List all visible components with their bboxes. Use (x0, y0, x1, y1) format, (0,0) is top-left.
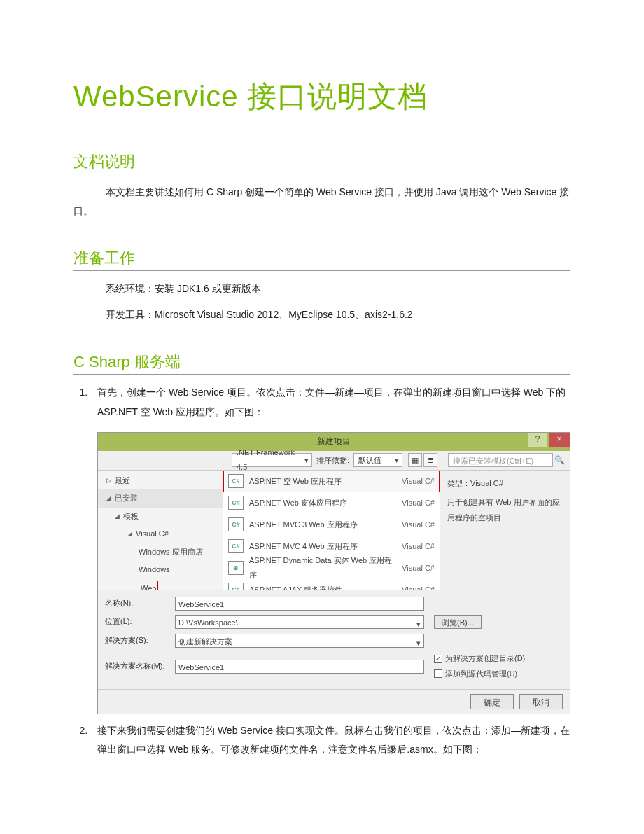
tree-item-windows[interactable]: Windows (98, 561, 223, 578)
tree-installed[interactable]: ◢已安装 (98, 489, 223, 507)
cancel-button[interactable]: 取消 (519, 694, 563, 709)
section-heading-csharp-server: C Sharp 服务端 (74, 352, 570, 375)
template-lang: Visual C# (402, 561, 435, 576)
step-1-text: 首先，创建一个 Web Service 项目。依次点击：文件—新建—项目，在弹出… (97, 387, 566, 417)
list-view-icon[interactable]: ≣ (424, 453, 438, 467)
checkbox-checked-icon: ✓ (434, 655, 442, 663)
desc-text: 用于创建具有 Web 用户界面的应用程序的空项目 (447, 495, 563, 525)
prep-tools-line: 开发工具：Microsoft Visual Studio 2012、MyEcli… (106, 305, 570, 324)
help-button[interactable]: ? (528, 433, 547, 447)
template-lang: Visual C# (402, 474, 435, 489)
solution-dropdown[interactable]: 创建新解决方案 (175, 634, 424, 648)
template-name: ASP.NET MVC 3 Web 应用程序 (249, 517, 396, 532)
template-name: ASP.NET Dynamic Data 实体 Web 应用程序 (249, 553, 396, 583)
framework-dropdown[interactable]: .NET Framework 4.5 (232, 453, 312, 467)
desc-type-label: 类型：Visual C# (447, 476, 563, 491)
add-source-control-label: 添加到源代码管理(U) (445, 667, 517, 681)
add-source-control-checkbox-row[interactable]: 添加到源代码管理(U) (434, 667, 525, 681)
template-lang: Visual C# (402, 539, 435, 554)
solution-name-input[interactable]: WebService1 (175, 660, 424, 674)
doc-description-paragraph: 本文档主要讲述如何用 C Sharp 创建一个简单的 Web Service 接… (74, 183, 570, 220)
template-icon: C# (228, 496, 244, 510)
dialog-footer: 确定 取消 (98, 689, 570, 714)
create-directory-label: 为解决方案创建目录(D) (445, 651, 525, 666)
browse-button[interactable]: 浏览(B)... (434, 615, 482, 629)
create-directory-checkbox-row[interactable]: ✓ 为解决方案创建目录(D) (434, 651, 525, 666)
csharp-steps-list: 首先，创建一个 Web Service 项目。依次点击：文件—新建—项目，在弹出… (74, 383, 570, 759)
project-form: 名称(N): WebService1 位置(L): D:\VsWorkspace… (98, 590, 570, 689)
category-tree[interactable]: ▷最近 ◢已安装 ◢模板 ◢Visual C# Windows 应用商店 Win… (98, 471, 223, 590)
step-1: 首先，创建一个 Web Service 项目。依次点击：文件—新建—项目，在弹出… (90, 383, 570, 714)
template-name: ASP.NET Web 窗体应用程序 (249, 496, 396, 510)
section-heading-preparation: 准备工作 (74, 248, 570, 271)
sort-label: 排序依据: (316, 453, 349, 468)
template-name: ASP.NET AJAX 服务器控件 (249, 583, 396, 590)
description-pane: 类型：Visual C# 用于创建具有 Web 用户界面的应用程序的空项目 (440, 471, 570, 590)
ok-button[interactable]: 确定 (470, 694, 514, 709)
new-project-dialog: 新建项目 ? × .NET Framework 4.5 排序依据: 默认值 ▦ … (97, 432, 570, 714)
dialog-toolbar: .NET Framework 4.5 排序依据: 默认值 ▦ ≣ 搜索已安装模板… (98, 451, 570, 471)
dialog-titlebar: 新建项目 ? × (98, 433, 570, 451)
tree-item-windows-store[interactable]: Windows 应用商店 (98, 543, 223, 561)
tree-templates[interactable]: ◢模板 (98, 508, 223, 525)
template-lang: Visual C# (402, 583, 435, 590)
template-name: ASP.NET 空 Web 应用程序 (249, 474, 396, 489)
template-name: ASP.NET MVC 4 Web 应用程序 (249, 539, 396, 554)
search-input[interactable]: 搜索已安装模板(Ctrl+E) (448, 453, 553, 467)
template-aspnet-mvc3[interactable]: C# ASP.NET MVC 3 Web 应用程序 Visual C# (223, 514, 440, 536)
tree-visual-csharp[interactable]: ◢Visual C# (98, 525, 223, 543)
tree-recent[interactable]: ▷最近 (98, 472, 223, 489)
template-aspnet-dynamic-data[interactable]: ⊕ ASP.NET Dynamic Data 实体 Web 应用程序 Visua… (223, 557, 440, 579)
tree-item-web[interactable]: Web (98, 579, 223, 590)
template-icon: ⊕ (228, 561, 244, 575)
template-icon: C# (228, 474, 244, 488)
template-aspnet-webforms[interactable]: C# ASP.NET Web 窗体应用程序 Visual C# (223, 492, 440, 514)
name-input[interactable]: WebService1 (175, 597, 424, 611)
document-title: WebService 接口说明文档 (74, 77, 570, 116)
section-heading-doc-description: 文档说明 (74, 151, 570, 174)
search-icon[interactable]: 🔍 (553, 452, 566, 468)
name-label: 名称(N): (105, 596, 171, 611)
sort-dropdown[interactable]: 默认值 (354, 453, 402, 467)
step-2-text: 接下来我们需要创建我们的 Web Service 接口实现文件。鼠标右击我们的项… (97, 725, 570, 755)
dialog-title-text: 新建项目 (317, 433, 351, 450)
template-lang: Visual C# (402, 517, 435, 532)
prep-env-line: 系统环境：安装 JDK1.6 或更新版本 (106, 279, 570, 298)
location-label: 位置(L): (105, 614, 171, 629)
grid-view-icon[interactable]: ▦ (408, 453, 422, 467)
template-list[interactable]: C# ASP.NET 空 Web 应用程序 Visual C# C# ASP.N… (223, 471, 440, 590)
view-toggle-icons: ▦ ≣ (408, 453, 438, 467)
template-icon: C# (228, 583, 244, 590)
template-lang: Visual C# (402, 496, 435, 510)
solution-name-label: 解决方案名称(M): (105, 659, 171, 674)
checkbox-unchecked-icon (434, 669, 442, 678)
location-input[interactable]: D:\VsWorkspace\ (175, 615, 424, 629)
template-icon: C# (228, 517, 244, 531)
step-2: 接下来我们需要创建我们的 Web Service 接口实现文件。鼠标右击我们的项… (90, 721, 570, 760)
close-button[interactable]: × (549, 433, 570, 447)
solution-label: 解决方案(S): (105, 633, 171, 648)
template-icon: C# (228, 539, 244, 553)
